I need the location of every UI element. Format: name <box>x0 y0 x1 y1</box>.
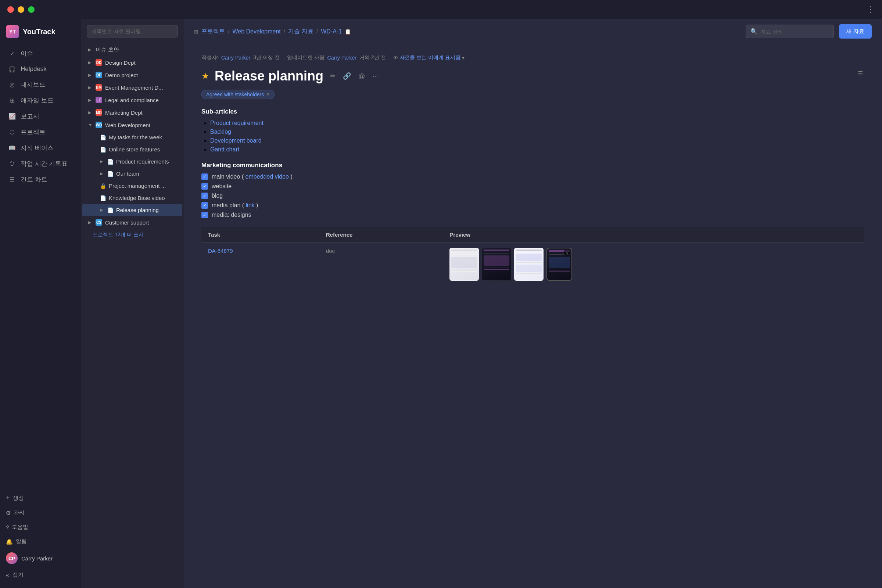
tree-item-our-team[interactable]: ▶ 📄 Our team <box>82 168 182 180</box>
new-article-button[interactable]: 새 자료 <box>839 24 872 39</box>
eye-icon: 👁 <box>393 55 398 61</box>
tree-item-web-dev[interactable]: ▼ WD Web Development <box>82 119 182 131</box>
titlebar-menu-icon[interactable]: ⋮ <box>867 5 874 14</box>
link-icon[interactable]: 🔗 <box>341 70 352 82</box>
maximize-button[interactable] <box>28 6 34 13</box>
doc-icon: 📄 <box>107 171 113 177</box>
chevron-down-icon: ▼ <box>88 123 93 127</box>
notifications-button[interactable]: 🔔 알림 <box>0 534 81 549</box>
reports-icon: 📈 <box>8 112 16 120</box>
sidebar-item-reports[interactable]: 📈 보고서 <box>2 108 79 124</box>
list-item: Gantt chart <box>210 146 864 153</box>
sidebar-item-projects[interactable]: ⬡ 프로젝트 <box>2 124 79 140</box>
preview-thumb-2 <box>482 248 511 281</box>
tree-item-label: My tasks for the week <box>109 134 162 140</box>
tree-item-label: Customer support <box>105 219 149 226</box>
more-icon[interactable]: ··· <box>371 71 379 82</box>
layout-icon[interactable]: ☰ <box>856 68 864 78</box>
tree-item-my-tasks[interactable]: 📄 My tasks for the week <box>82 131 182 143</box>
breadcrumb-projects[interactable]: 프로젝트 <box>201 28 225 35</box>
author-link[interactable]: Carry Parker <box>221 55 250 61</box>
sub-article-link[interactable]: Product requirement <box>210 120 264 126</box>
project-icon: DD <box>96 59 102 66</box>
checkbox-media-plan[interactable]: ✓ <box>201 202 208 209</box>
create-icon: + <box>6 494 10 502</box>
checkbox-blog[interactable]: ✓ <box>201 193 208 199</box>
media-plan-link[interactable]: link <box>246 202 255 208</box>
chevron-right-icon: ▶ <box>88 98 93 102</box>
tree-item-event-mgmt[interactable]: ▶ EM Event Management D... <box>82 81 182 94</box>
notifications-label: 알림 <box>16 538 27 545</box>
help-button[interactable]: ? 도움말 <box>0 520 81 534</box>
tree-item-label: Online store features <box>109 146 160 153</box>
tree-item-label: Our team <box>116 171 139 177</box>
show-more-projects[interactable]: 프로젝트 12개 더 표시 <box>81 229 184 241</box>
breadcrumb-web-dev[interactable]: Web Development <box>232 28 280 35</box>
sub-article-link[interactable]: Backlog <box>210 129 231 135</box>
sidebar-item-issues[interactable]: ✓ 이슈 <box>2 46 79 62</box>
tree-item-label: Event Management D... <box>105 84 163 91</box>
tree-item-design-dept[interactable]: ▶ DD Design Dept <box>82 56 182 69</box>
main-content: ⊞ 프로젝트 / Web Development / 기술 자료 / WD-A-… <box>184 19 882 588</box>
sidebar-item-label: 작업 시간 기록표 <box>21 159 68 168</box>
create-button[interactable]: + 생성 <box>0 490 81 506</box>
checklist-label: website <box>212 183 231 190</box>
checkbox-website[interactable]: ✓ <box>201 183 208 190</box>
updated-prefix: 업데이트한 사람 <box>287 54 324 61</box>
tree-item-release-planning[interactable]: ▶ 📄 Release planning <box>82 204 182 216</box>
tree-item-customer-support[interactable]: ▶ CS Customer support <box>82 216 182 229</box>
tree-item-online-store[interactable]: 📄 Online store features <box>82 143 182 156</box>
sidebar-item-dashboard[interactable]: ◎ 대시보드 <box>2 77 79 93</box>
user-profile[interactable]: CP Carry Parker <box>0 549 81 568</box>
sub-article-link[interactable]: Gantt chart <box>210 146 239 153</box>
tree-item-marketing[interactable]: ▶ MD Marketing Dept <box>82 106 182 119</box>
sidebar-item-agile[interactable]: ⊞ 애자일 보드 <box>2 93 79 108</box>
checklist-item-video: ✓ main video ( embedded video ) <box>201 174 864 180</box>
chevron-right-icon: ▶ <box>88 60 93 65</box>
tree-item-product-req[interactable]: ▶ 📄 Product requirements <box>82 156 182 168</box>
breadcrumb-kb[interactable]: 기술 자료 <box>288 28 313 35</box>
manage-button[interactable]: ⚙ 관리 <box>0 506 81 520</box>
filter-input[interactable] <box>87 25 178 38</box>
task-link[interactable]: DA-64879 <box>208 248 233 254</box>
search-input[interactable] <box>761 28 829 34</box>
sidebar-item-label: 지식 베이스 <box>21 144 54 152</box>
collapse-button[interactable]: « 접기 <box>0 568 81 582</box>
tree-item-project-mgmt[interactable]: 🔒 Project management ... <box>82 180 182 192</box>
logo-text: YouTrack <box>23 28 56 36</box>
tree-item-legal[interactable]: ▶ LC Legal and compliance <box>82 94 182 106</box>
dashboard-icon: ◎ <box>8 81 16 89</box>
checklist-label: blog <box>212 193 223 199</box>
sidebar-item-gantt[interactable]: ☰ 간트 차트 <box>2 172 79 188</box>
sidebar-item-label: 대시보드 <box>21 81 46 89</box>
sidebar-item-timelog[interactable]: ⏱ 작업 시간 기록표 <box>2 156 79 172</box>
sidebar-item-knowledge[interactable]: 📖 지식 베이스 <box>2 140 79 156</box>
sub-article-link[interactable]: Development board <box>210 138 262 144</box>
checkbox-media-designs[interactable]: ✓ <box>201 212 208 218</box>
edit-icon[interactable]: ✏ <box>328 70 337 82</box>
tree-item-kb-video[interactable]: 📄 Knowledge Base video <box>82 192 182 204</box>
updater-link[interactable]: Carry Parker <box>327 55 357 61</box>
tag-remove-button[interactable]: ✕ <box>266 92 270 97</box>
visibility-link[interactable]: 자료를 보는 이에게 표시됨 <box>399 54 460 61</box>
table-header-task: Task <box>201 227 320 243</box>
minimize-button[interactable] <box>18 6 24 13</box>
checkbox-video[interactable]: ✓ <box>201 174 208 180</box>
sidebar-item-label: 간트 차트 <box>21 175 47 184</box>
sidebar-item-helpdesk[interactable]: 🎧 Helpdesk <box>2 62 79 77</box>
project-icon: EM <box>96 84 102 91</box>
close-button[interactable] <box>8 6 14 13</box>
tree-item-demo-project[interactable]: ▶ DP Demo project <box>82 69 182 81</box>
bell-icon: 🔔 <box>6 538 13 545</box>
embedded-video-link[interactable]: embedded video <box>246 174 289 180</box>
search-icon: 🔍 <box>750 28 758 35</box>
tree-item-issue-templates[interactable]: ▶ 이슈 초안 <box>82 44 182 56</box>
breadcrumb-wd-a1[interactable]: WD-A-1 <box>321 28 342 35</box>
star-icon[interactable]: ★ <box>201 71 210 81</box>
sidebar: YT YouTrack ✓ 이슈 🎧 Helpdesk ◎ 대시보드 ⊞ 애자일… <box>0 19 81 588</box>
expand-icon[interactable]: ⤡ <box>564 250 570 255</box>
thumb-content <box>514 248 543 280</box>
search-box[interactable]: 🔍 <box>746 25 834 38</box>
mention-icon[interactable]: @ <box>357 71 366 82</box>
data-table: Task Reference Preview DA-64879 doc <box>201 227 864 286</box>
